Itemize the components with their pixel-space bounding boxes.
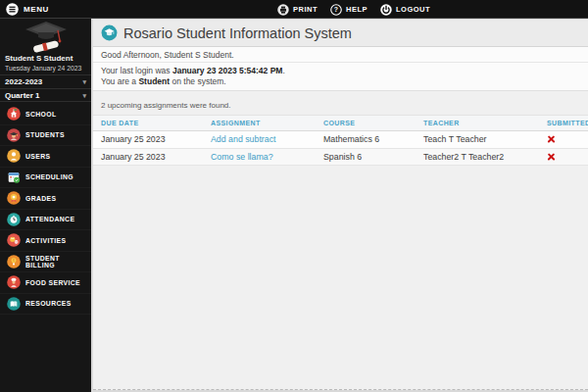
table-header-row: DUE DATE ASSIGNMENT COURSE TEACHER SUBMI…	[93, 115, 588, 131]
course-cell: Mathematics 6	[316, 131, 416, 148]
help-icon: ?	[330, 4, 342, 16]
hamburger-icon	[6, 3, 19, 16]
topbar: MENU PRINT ? HELP LOGOUT	[0, 0, 588, 19]
sidebar-item-label: GRADES	[25, 195, 56, 202]
marking-period-select[interactable]: Quarter 1 ▾	[0, 88, 91, 102]
logout-label: LOGOUT	[396, 5, 430, 14]
sidebar-menu: SCHOOL STUDENTS USERS	[0, 104, 91, 315]
sidebar-item-label: SCHOOL	[25, 111, 56, 118]
book-icon	[7, 297, 21, 311]
sidebar-item-attendance[interactable]: ATTENDANCE	[0, 210, 91, 231]
table-row: January 25 2023 Como se llama? Spanish 6…	[93, 149, 588, 167]
student-name: Student S Student	[0, 52, 91, 63]
sidebar-item-label: USERS	[25, 153, 50, 160]
not-submitted-icon	[547, 135, 556, 144]
calendar-icon	[7, 171, 21, 184]
col-header-course: COURSE	[316, 116, 416, 130]
col-header-submitted: SUBMITTED	[539, 116, 588, 130]
sidebar: Student S Student Tuesday January 24 202…	[0, 19, 91, 392]
sidebar-item-label: STUDENTS	[25, 131, 65, 138]
sidebar-item-activities[interactable]: ACTIVITIES	[0, 230, 91, 252]
sidebar-item-label: FOOD SERVICE	[25, 279, 80, 286]
school-year-value: 2022-2023	[5, 77, 42, 86]
current-date: Tuesday January 24 2023	[0, 63, 91, 74]
svg-text:?: ?	[334, 6, 339, 13]
teacher-cell: Teacher2 T Teacher2	[416, 149, 539, 166]
menu-label: MENU	[24, 5, 49, 14]
greeting-text: Good Afternoon, Student S Student.	[93, 47, 588, 63]
col-header-due-date: DUE DATE	[93, 116, 203, 130]
menu-button[interactable]: MENU	[6, 2, 49, 17]
sidebar-item-users[interactable]: USERS	[0, 146, 91, 168]
course-cell: Spanish 6	[316, 149, 416, 166]
help-label: HELP	[346, 5, 368, 14]
panel-header: Rosario Student Information System	[93, 20, 588, 47]
help-button[interactable]: ? HELP	[330, 2, 368, 17]
school-year-select[interactable]: 2022-2023 ▾	[0, 74, 91, 88]
assignments-table: DUE DATE ASSIGNMENT COURSE TEACHER SUBMI…	[93, 115, 588, 166]
chevron-down-icon: ▾	[82, 78, 86, 85]
graduate-icon	[7, 128, 21, 142]
sidebar-item-label: ATTENDANCE	[25, 216, 74, 222]
sidebar-item-label: RESOURCES	[25, 300, 72, 307]
assignment-link[interactable]: Add and subtract	[211, 134, 276, 144]
logout-button[interactable]: LOGOUT	[380, 2, 430, 17]
sidebar-item-scheduling[interactable]: SCHEDULING	[0, 168, 91, 189]
sidebar-item-food-service[interactable]: FOOD SERVICE	[0, 272, 91, 294]
school-icon	[7, 107, 21, 121]
assignment-link[interactable]: Como se llama?	[211, 152, 273, 162]
page-title: Rosario Student Information System	[123, 25, 352, 41]
chevron-down-icon: ▾	[82, 92, 86, 99]
alarm-clock-icon	[7, 213, 21, 226]
medal-icon	[7, 191, 21, 205]
portal-panel: Rosario Student Information System Good …	[93, 20, 588, 390]
role-value: Student	[138, 76, 170, 86]
power-icon	[380, 4, 392, 16]
table-row: January 25 2023 Add and subtract Mathema…	[93, 131, 588, 149]
chef-icon	[7, 275, 21, 289]
role-line: You are a Student on the system.	[101, 76, 580, 87]
sidebar-item-label: SCHEDULING	[25, 173, 74, 180]
teal-grad-cap-icon	[101, 24, 118, 41]
balls-icon	[7, 233, 21, 247]
sidebar-item-resources[interactable]: RESOURCES	[0, 294, 91, 316]
graduation-cap-logo	[0, 19, 91, 52]
topbar-actions: PRINT ? HELP LOGOUT	[277, 2, 430, 17]
print-button[interactable]: PRINT	[277, 2, 318, 17]
marking-period-value: Quarter 1	[5, 91, 40, 100]
sidebar-item-grades[interactable]: GRADES	[0, 188, 91, 210]
assignments-summary: 2 upcoming assignments were found.	[93, 91, 588, 115]
sidebar-item-students[interactable]: STUDENTS	[0, 125, 91, 147]
col-header-assignment: ASSIGNMENT	[203, 116, 316, 130]
sidebar-item-label: STUDENT BILLING	[25, 255, 91, 269]
not-submitted-icon	[547, 152, 556, 161]
person-icon	[7, 149, 21, 163]
main-content: Rosario Student Information System Good …	[91, 19, 588, 392]
print-label: PRINT	[293, 5, 318, 14]
col-header-teacher: TEACHER	[416, 116, 539, 130]
billing-icon: $	[7, 255, 21, 269]
sidebar-item-school[interactable]: SCHOOL	[0, 104, 91, 125]
sidebar-item-label: ACTIVITIES	[25, 237, 66, 244]
due-date-cell: January 25 2023	[93, 149, 203, 166]
last-login-value: January 23 2023 5:54:42 PM	[172, 66, 282, 75]
login-info: Your last login was January 23 2023 5:54…	[93, 63, 588, 91]
printer-icon	[277, 4, 289, 16]
teacher-cell: Teach T Teacher	[416, 131, 539, 148]
last-login-line: Your last login was January 23 2023 5:54…	[101, 66, 580, 76]
due-date-cell: January 25 2023	[93, 131, 203, 148]
sidebar-item-student-billing[interactable]: $ STUDENT BILLING	[0, 252, 91, 273]
